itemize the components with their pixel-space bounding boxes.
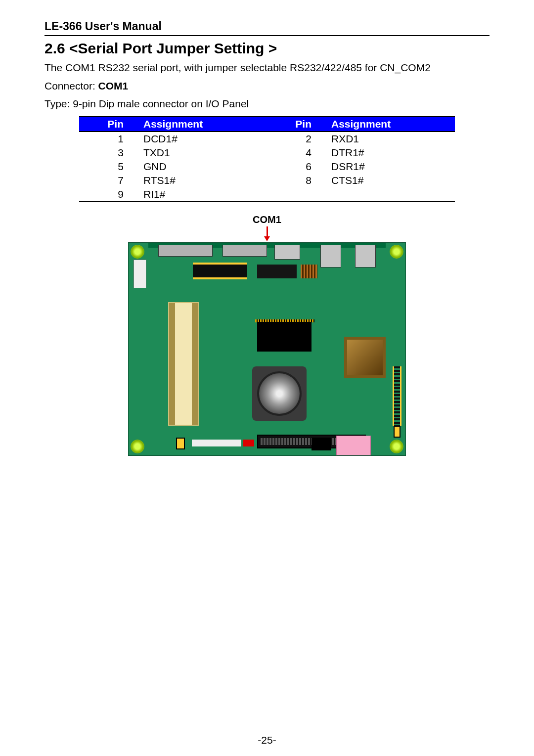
chipset-icon xyxy=(344,337,386,378)
cell: 8 xyxy=(267,174,326,187)
cell: CTS1# xyxy=(326,174,455,187)
manual-title: LE-366 User's Manual xyxy=(44,20,490,36)
cell: 5 xyxy=(79,160,138,174)
side-header-icon xyxy=(393,366,401,426)
header-white-icon xyxy=(192,440,241,446)
pcb-illustration xyxy=(128,242,406,456)
callout-arrow-icon xyxy=(267,226,268,237)
cell: DCD1# xyxy=(138,132,267,146)
connector-prefix: Connector: xyxy=(44,80,98,91)
mount-hole-icon xyxy=(131,245,144,259)
cell: 9 xyxy=(79,187,138,202)
mount-hole-icon xyxy=(131,440,144,453)
usb-port-icon xyxy=(320,245,341,267)
connector-small-icon xyxy=(312,438,331,450)
cell xyxy=(267,187,326,202)
col-assign-1: Assignment xyxy=(138,117,267,132)
cell: RI1# xyxy=(138,187,267,202)
mount-hole-icon xyxy=(390,440,403,453)
jumper-icon xyxy=(394,426,400,438)
vga-port-icon xyxy=(158,245,213,257)
chip-icon xyxy=(257,322,312,352)
lan-port-icon xyxy=(274,245,300,260)
cpu-heatsink-icon xyxy=(257,371,302,416)
usb-port-icon xyxy=(355,245,376,267)
cell: 2 xyxy=(267,132,326,146)
power-connector-icon xyxy=(134,260,146,288)
section-intro: The COM1 RS232 serial port, with jumper … xyxy=(44,60,490,76)
mount-hole-icon xyxy=(390,245,403,259)
cell: RTS1# xyxy=(138,174,267,187)
col-pin-1: Pin xyxy=(79,117,138,132)
connector-line: Connector: COM1 xyxy=(44,78,490,94)
header-striped-icon xyxy=(301,265,317,278)
jumper-icon xyxy=(176,438,185,449)
cell: 3 xyxy=(79,146,138,160)
cell: 1 xyxy=(79,132,138,146)
cell: 7 xyxy=(79,174,138,187)
table-row: 9 RI1# xyxy=(79,187,455,202)
table-row: 5 GND 6 DSR1# xyxy=(79,160,455,174)
header-black-icon xyxy=(257,265,297,278)
com1-port-icon xyxy=(222,245,267,257)
page-number: -25- xyxy=(0,734,534,746)
cell xyxy=(326,187,455,202)
cell: RXD1 xyxy=(326,132,455,146)
board-figure: COM1 xyxy=(44,214,490,456)
cell: DSR1# xyxy=(326,160,455,174)
table-row: 3 TXD1 4 DTR1# xyxy=(79,146,455,160)
table-row: 7 RTS1# 8 CTS1# xyxy=(79,174,455,187)
connector-type: Type: 9-pin Dip male connector on I/O Pa… xyxy=(44,96,490,112)
header-black-icon xyxy=(193,263,247,279)
cell: 4 xyxy=(267,146,326,160)
cf-slot-icon xyxy=(336,436,371,455)
figure-callout-label: COM1 xyxy=(44,214,490,225)
col-pin-2: Pin xyxy=(267,117,326,132)
cell: 6 xyxy=(267,160,326,174)
cell: GND xyxy=(138,160,267,174)
cell: DTR1# xyxy=(326,146,455,160)
connector-name: COM1 xyxy=(98,80,129,91)
table-row: 1 DCD1# 2 RXD1 xyxy=(79,132,455,146)
col-assign-2: Assignment xyxy=(326,117,455,132)
pin-assignment-table: Pin Assignment Pin Assignment 1 DCD1# 2 … xyxy=(79,116,455,202)
sodimm-slot-icon xyxy=(168,302,199,426)
cell: TXD1 xyxy=(138,146,267,160)
section-heading: 2.6 <Serial Port Jumper Setting > xyxy=(44,40,490,57)
table-header-row: Pin Assignment Pin Assignment xyxy=(79,117,455,132)
header-red-icon xyxy=(243,440,254,446)
